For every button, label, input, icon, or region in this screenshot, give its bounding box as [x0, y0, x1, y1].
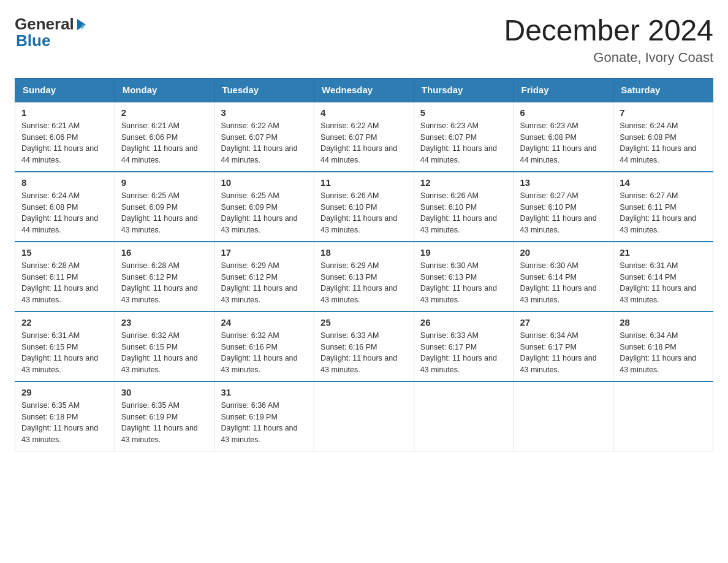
calendar-cell: 12 Sunrise: 6:26 AM Sunset: 6:10 PM Dayl…: [414, 172, 514, 242]
day-number: 24: [221, 317, 308, 327]
day-info: Sunrise: 6:22 AM Sunset: 6:07 PM Dayligh…: [221, 120, 308, 166]
day-number: 22: [21, 317, 108, 327]
day-number: 10: [221, 177, 308, 188]
calendar-body: 1 Sunrise: 6:21 AM Sunset: 6:06 PM Dayli…: [15, 102, 713, 451]
week-row-4: 22 Sunrise: 6:31 AM Sunset: 6:15 PM Dayl…: [15, 312, 713, 381]
calendar-cell: 30 Sunrise: 6:35 AM Sunset: 6:19 PM Dayl…: [115, 381, 214, 451]
day-number: 8: [21, 177, 108, 188]
day-number: 15: [21, 247, 108, 258]
day-number: 18: [320, 247, 408, 258]
day-number: 29: [21, 387, 108, 397]
week-row-3: 15 Sunrise: 6:28 AM Sunset: 6:11 PM Dayl…: [15, 242, 713, 312]
calendar-cell: 11 Sunrise: 6:26 AM Sunset: 6:10 PM Dayl…: [314, 172, 414, 242]
day-number: 21: [620, 247, 707, 258]
calendar-cell: 1 Sunrise: 6:21 AM Sunset: 6:06 PM Dayli…: [15, 102, 115, 172]
calendar-cell: 27 Sunrise: 6:34 AM Sunset: 6:17 PM Dayl…: [514, 312, 613, 381]
day-number: 14: [620, 177, 707, 188]
day-number: 9: [121, 177, 208, 188]
day-header-friday: Friday: [514, 78, 613, 102]
day-number: 25: [320, 317, 408, 327]
day-info: Sunrise: 6:32 AM Sunset: 6:15 PM Dayligh…: [121, 330, 208, 376]
calendar-cell: 17 Sunrise: 6:29 AM Sunset: 6:12 PM Dayl…: [214, 242, 314, 312]
day-info: Sunrise: 6:32 AM Sunset: 6:16 PM Dayligh…: [221, 330, 308, 376]
day-number: 12: [420, 177, 507, 188]
day-number: 28: [620, 317, 707, 327]
calendar-cell: 8 Sunrise: 6:24 AM Sunset: 6:08 PM Dayli…: [15, 172, 115, 242]
calendar-cell: [314, 381, 414, 451]
calendar-cell: 4 Sunrise: 6:22 AM Sunset: 6:07 PM Dayli…: [314, 102, 414, 172]
svg-marker-1: [82, 25, 86, 30]
day-info: Sunrise: 6:34 AM Sunset: 6:17 PM Dayligh…: [520, 330, 607, 376]
day-number: 5: [420, 107, 507, 118]
day-number: 17: [221, 247, 308, 258]
calendar-cell: 26 Sunrise: 6:33 AM Sunset: 6:17 PM Dayl…: [414, 312, 514, 381]
day-number: 3: [221, 107, 308, 118]
day-info: Sunrise: 6:27 AM Sunset: 6:10 PM Dayligh…: [520, 190, 607, 236]
day-number: 19: [420, 247, 507, 258]
day-info: Sunrise: 6:23 AM Sunset: 6:08 PM Dayligh…: [520, 120, 607, 166]
calendar-cell: 23 Sunrise: 6:32 AM Sunset: 6:15 PM Dayl…: [115, 312, 214, 381]
calendar-table: SundayMondayTuesdayWednesdayThursdayFrid…: [15, 78, 713, 451]
calendar-cell: 19 Sunrise: 6:30 AM Sunset: 6:13 PM Dayl…: [414, 242, 514, 312]
calendar-cell: 20 Sunrise: 6:30 AM Sunset: 6:14 PM Dayl…: [514, 242, 613, 312]
day-header-sunday: Sunday: [15, 78, 115, 102]
calendar-cell: 18 Sunrise: 6:29 AM Sunset: 6:13 PM Dayl…: [314, 242, 414, 312]
calendar-cell: 21 Sunrise: 6:31 AM Sunset: 6:14 PM Dayl…: [613, 242, 713, 312]
day-info: Sunrise: 6:33 AM Sunset: 6:16 PM Dayligh…: [320, 330, 408, 376]
day-number: 7: [620, 107, 707, 118]
day-header-tuesday: Tuesday: [214, 78, 314, 102]
calendar-cell: [414, 381, 514, 451]
logo-blue-text: Blue: [16, 31, 50, 50]
day-info: Sunrise: 6:29 AM Sunset: 6:12 PM Dayligh…: [221, 260, 308, 306]
week-row-1: 1 Sunrise: 6:21 AM Sunset: 6:06 PM Dayli…: [15, 102, 713, 172]
day-info: Sunrise: 6:30 AM Sunset: 6:14 PM Dayligh…: [520, 260, 607, 306]
day-info: Sunrise: 6:26 AM Sunset: 6:10 PM Dayligh…: [320, 190, 408, 236]
calendar-cell: 16 Sunrise: 6:28 AM Sunset: 6:12 PM Dayl…: [115, 242, 214, 312]
day-number: 1: [21, 107, 108, 118]
day-number: 31: [221, 387, 308, 397]
calendar-cell: 14 Sunrise: 6:27 AM Sunset: 6:11 PM Dayl…: [613, 172, 713, 242]
day-info: Sunrise: 6:31 AM Sunset: 6:15 PM Dayligh…: [21, 330, 108, 376]
calendar-cell: [514, 381, 613, 451]
day-number: 6: [520, 107, 607, 118]
day-number: 23: [121, 317, 208, 327]
day-info: Sunrise: 6:33 AM Sunset: 6:17 PM Dayligh…: [420, 330, 507, 376]
day-info: Sunrise: 6:35 AM Sunset: 6:19 PM Dayligh…: [121, 400, 208, 446]
day-info: Sunrise: 6:21 AM Sunset: 6:06 PM Dayligh…: [121, 120, 208, 166]
subtitle: Gonate, Ivory Coast: [504, 50, 713, 66]
day-info: Sunrise: 6:21 AM Sunset: 6:06 PM Dayligh…: [21, 120, 108, 166]
header-row: SundayMondayTuesdayWednesdayThursdayFrid…: [15, 78, 713, 102]
day-info: Sunrise: 6:30 AM Sunset: 6:13 PM Dayligh…: [420, 260, 507, 306]
calendar-cell: 31 Sunrise: 6:36 AM Sunset: 6:19 PM Dayl…: [214, 381, 314, 451]
logo: General Blue: [15, 15, 89, 50]
day-number: 27: [520, 317, 607, 327]
calendar-cell: 24 Sunrise: 6:32 AM Sunset: 6:16 PM Dayl…: [214, 312, 314, 381]
calendar-cell: 28 Sunrise: 6:34 AM Sunset: 6:18 PM Dayl…: [613, 312, 713, 381]
day-header-saturday: Saturday: [613, 78, 713, 102]
calendar-cell: 2 Sunrise: 6:21 AM Sunset: 6:06 PM Dayli…: [115, 102, 214, 172]
day-info: Sunrise: 6:25 AM Sunset: 6:09 PM Dayligh…: [221, 190, 308, 236]
calendar-cell: 13 Sunrise: 6:27 AM Sunset: 6:10 PM Dayl…: [514, 172, 613, 242]
day-info: Sunrise: 6:36 AM Sunset: 6:19 PM Dayligh…: [221, 400, 308, 446]
day-info: Sunrise: 6:23 AM Sunset: 6:07 PM Dayligh…: [420, 120, 507, 166]
logo-arrow-icon: [75, 18, 88, 31]
calendar-cell: 6 Sunrise: 6:23 AM Sunset: 6:08 PM Dayli…: [514, 102, 613, 172]
calendar-cell: 7 Sunrise: 6:24 AM Sunset: 6:08 PM Dayli…: [613, 102, 713, 172]
calendar-header: SundayMondayTuesdayWednesdayThursdayFrid…: [15, 78, 713, 102]
calendar-cell: 15 Sunrise: 6:28 AM Sunset: 6:11 PM Dayl…: [15, 242, 115, 312]
calendar-cell: 10 Sunrise: 6:25 AM Sunset: 6:09 PM Dayl…: [214, 172, 314, 242]
week-row-5: 29 Sunrise: 6:35 AM Sunset: 6:18 PM Dayl…: [15, 381, 713, 451]
calendar-cell: 9 Sunrise: 6:25 AM Sunset: 6:09 PM Dayli…: [115, 172, 214, 242]
day-number: 11: [320, 177, 408, 188]
day-info: Sunrise: 6:25 AM Sunset: 6:09 PM Dayligh…: [121, 190, 208, 236]
week-row-2: 8 Sunrise: 6:24 AM Sunset: 6:08 PM Dayli…: [15, 172, 713, 242]
day-number: 30: [121, 387, 208, 397]
day-info: Sunrise: 6:22 AM Sunset: 6:07 PM Dayligh…: [320, 120, 408, 166]
day-number: 4: [320, 107, 408, 118]
calendar-cell: 3 Sunrise: 6:22 AM Sunset: 6:07 PM Dayli…: [214, 102, 314, 172]
calendar-cell: 22 Sunrise: 6:31 AM Sunset: 6:15 PM Dayl…: [15, 312, 115, 381]
day-number: 13: [520, 177, 607, 188]
day-number: 2: [121, 107, 208, 118]
day-info: Sunrise: 6:24 AM Sunset: 6:08 PM Dayligh…: [21, 190, 108, 236]
day-info: Sunrise: 6:29 AM Sunset: 6:13 PM Dayligh…: [320, 260, 408, 306]
